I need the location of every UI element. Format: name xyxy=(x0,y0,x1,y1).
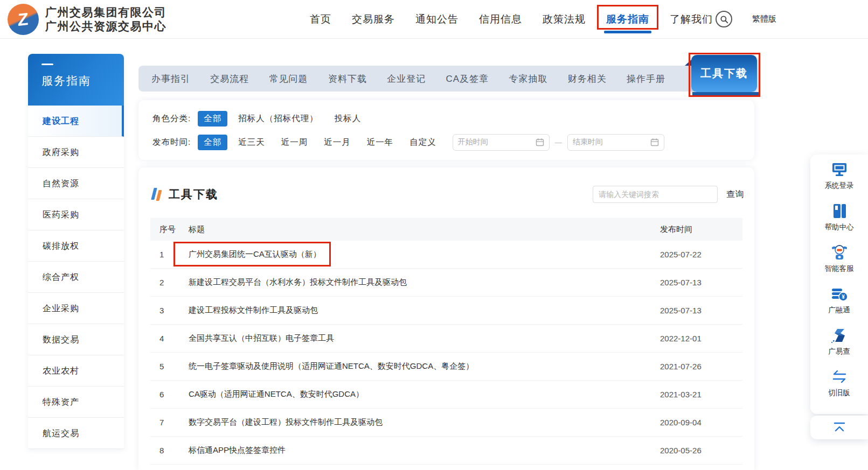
nav-item[interactable]: 交易服务 xyxy=(342,0,405,39)
row-date: 2025-07-13 xyxy=(660,278,742,287)
quickbar-system-login[interactable]: 系统登录 xyxy=(810,161,868,202)
tab-item[interactable]: 企业登记 xyxy=(381,73,431,85)
sidebar-item[interactable]: 数据交易 xyxy=(28,324,124,355)
nav-item[interactable]: 信用信息 xyxy=(469,0,532,39)
col-header-date: 发布时间 xyxy=(660,225,742,235)
monitor-icon xyxy=(831,161,848,178)
quickbar-guangyicha[interactable]: 广易查 xyxy=(810,327,868,368)
time-filter-option[interactable]: 自定义 xyxy=(409,137,436,148)
time-filter-option[interactable]: 近一月 xyxy=(324,137,351,148)
table-row[interactable]: 5 统一电子签章驱动及使用说明（适用网证通NETCA、数安时代GDCA、粤企签）… xyxy=(150,353,742,381)
query-button[interactable]: 查询 xyxy=(726,189,745,200)
time-filter-option[interactable]: 近三天 xyxy=(238,137,265,148)
tab-item[interactable]: 资料下载 xyxy=(323,73,372,85)
row-title-link[interactable]: 建设工程投标文件制作工具及驱动包 xyxy=(189,305,660,315)
row-index: 8 xyxy=(150,446,189,455)
sidebar-item[interactable]: 特殊资产 xyxy=(28,387,124,418)
table-row[interactable]: 7 数字交易平台（建设工程）投标文件制作工具及驱动包 2020-09-04 xyxy=(150,409,742,437)
row-title-link[interactable]: 新建设工程交易平台（水利水务）投标文件制作工具及驱动包 xyxy=(189,277,660,287)
row-title-link[interactable]: CA驱动（适用网证通NETCA、数安时代GDCA） xyxy=(189,389,660,399)
tab-item[interactable]: 交易流程 xyxy=(205,73,254,85)
sidebar-item[interactable]: 航运交易 xyxy=(28,418,124,449)
start-date-input[interactable]: 开始时间 xyxy=(453,134,550,151)
end-date-input[interactable]: 结束时间 xyxy=(567,134,664,151)
quickbar-help-center[interactable]: 帮助中心 xyxy=(810,202,868,244)
section-title-icon xyxy=(151,187,163,201)
tab-item-label: 资料下载 xyxy=(328,74,367,84)
row-date: 2021-07-26 xyxy=(660,362,742,371)
table-row[interactable]: 1 广州交易集团统一CA互认驱动（新） 2025-07-22 xyxy=(150,241,742,269)
traditional-chinese-toggle[interactable]: 繁體版 xyxy=(752,14,776,24)
table-row[interactable]: 4 全国共享互认（中招互联）电子签章工具 2022-12-01 xyxy=(150,325,742,353)
sidebar-item[interactable]: 农业农村 xyxy=(28,355,124,387)
coins-icon: ¥ xyxy=(831,285,848,303)
tab-item[interactable]: 办事指引 xyxy=(146,73,196,85)
sidebar-item-label: 数据交易 xyxy=(43,335,79,344)
back-to-top-icon xyxy=(832,421,846,434)
category-tabbar: 办事指引 交易流程 常见问题 资料下载 企业登记 CA及签章 专家抽取 财务相关… xyxy=(138,66,754,92)
tab-item[interactable]: 常见问题 xyxy=(264,73,314,85)
tab-tool-download-active[interactable]: 工具下载 xyxy=(691,55,757,92)
row-title-link[interactable]: 数字交易平台（建设工程）投标文件制作工具及驱动包 xyxy=(189,417,660,427)
quickbar-smart-service[interactable]: 智能客服 xyxy=(810,244,868,285)
role-filter-option[interactable]: 投标人 xyxy=(335,113,362,124)
table-row[interactable]: 2 新建设工程交易平台（水利水务）投标文件制作工具及驱动包 2025-07-13 xyxy=(150,269,742,297)
tab-active-label: 工具下载 xyxy=(700,66,748,81)
nav-item[interactable]: 政策法规 xyxy=(532,0,596,39)
company-name: 广州交易集团有限公司 广州公共资源交易中心 xyxy=(45,5,166,33)
sidebar-header: 服务指南 xyxy=(28,54,124,106)
role-filter-option[interactable]: 招标人（招标代理） xyxy=(238,113,318,124)
tab-item[interactable]: CA及签章 xyxy=(440,73,494,85)
quickbar-guangrongtong[interactable]: ¥ 广融通 xyxy=(810,285,868,327)
book-icon xyxy=(831,202,848,220)
tab-item-label: 办事指引 xyxy=(151,74,190,84)
row-date: 2020-05-26 xyxy=(660,446,742,455)
sidebar-item[interactable]: 医药采购 xyxy=(28,199,124,230)
nav-item[interactable]: 了解我们 xyxy=(659,0,723,39)
quickbar-label: 切旧版 xyxy=(828,388,850,398)
calendar-icon xyxy=(536,138,544,146)
header-search-button[interactable] xyxy=(716,11,732,27)
row-title-link[interactable]: 标信通APP快点签签章控件 xyxy=(189,445,660,455)
sidebar-item[interactable]: 建设工程 xyxy=(28,106,124,137)
section-title: 工具下载 xyxy=(169,187,218,202)
floating-quickbar: 系统登录 帮助中心 智能客服 ¥ 广融通 xyxy=(810,155,868,414)
sidebar-item-label: 政府采购 xyxy=(43,148,79,157)
nav-item-label: 服务指南 xyxy=(606,12,649,26)
time-filter-option[interactable]: 全部 xyxy=(198,135,227,150)
back-to-top-button[interactable] xyxy=(810,416,868,439)
tab-item[interactable]: 操作手册 xyxy=(621,73,671,85)
table-row[interactable]: 6 CA驱动（适用网证通NETCA、数安时代GDCA） 2021-03-21 xyxy=(150,381,742,409)
tab-item[interactable]: 财务相关 xyxy=(563,73,612,85)
row-title-link[interactable]: 广州交易集团统一CA互认驱动（新） xyxy=(189,249,660,259)
time-filter-option[interactable]: 近一年 xyxy=(367,137,394,148)
company-name-line1: 广州交易集团有限公司 xyxy=(45,5,166,19)
row-title-link[interactable]: 全国共享互认（中招互联）电子签章工具 xyxy=(189,333,660,343)
sidebar-item-label: 企业采购 xyxy=(43,304,79,313)
table-body: 1 广州交易集团统一CA互认驱动（新） 2025-07-22 2 新建设工程交易… xyxy=(150,241,742,465)
sidebar-item[interactable]: 企业采购 xyxy=(28,293,124,324)
table-row[interactable]: 8 标信通APP快点签签章控件 2020-05-26 xyxy=(150,437,742,465)
nav-item[interactable]: 服务指南 xyxy=(596,0,659,39)
tab-item[interactable]: 专家抽取 xyxy=(503,73,553,85)
nav-item[interactable]: 通知公告 xyxy=(405,0,469,39)
keyword-search-input[interactable] xyxy=(593,186,718,203)
nav-item[interactable]: 首页 xyxy=(300,0,342,39)
sidebar-item[interactable]: 综合产权 xyxy=(28,262,124,293)
row-index: 5 xyxy=(150,362,189,371)
time-filter-option[interactable]: 近一周 xyxy=(281,137,308,148)
svg-text:¥: ¥ xyxy=(842,294,845,300)
sidebar-item[interactable]: 自然资源 xyxy=(28,168,124,199)
quickbar-switch-old-version[interactable]: 切旧版 xyxy=(810,368,868,410)
row-index: 3 xyxy=(150,306,189,315)
sidebar-item[interactable]: 政府采购 xyxy=(28,137,124,168)
nav-item-label: 通知公告 xyxy=(415,12,459,26)
row-title-link[interactable]: 统一电子签章驱动及使用说明（适用网证通NETCA、数安时代GDCA、粤企签） xyxy=(189,361,660,371)
sidebar-list: 建设工程 政府采购 自然资源 医药采购 碳排放权 综合产权 企业采购 xyxy=(28,106,124,449)
role-filter-option[interactable]: 全部 xyxy=(198,111,227,127)
site-logo[interactable]: Z xyxy=(8,4,39,35)
time-filter-label: 发布时间: xyxy=(152,137,191,148)
sidebar-item[interactable]: 碳排放权 xyxy=(28,230,124,262)
table-row[interactable]: 3 建设工程投标文件制作工具及驱动包 2025-07-13 xyxy=(150,297,742,325)
sidebar-item-label: 农业农村 xyxy=(43,366,79,375)
